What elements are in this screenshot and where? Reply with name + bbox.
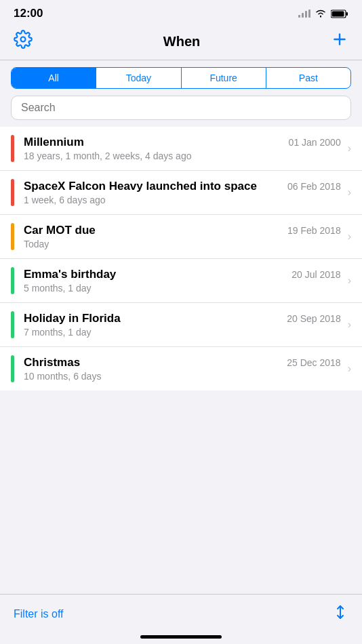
event-date: 20 Sep 2018: [287, 313, 340, 324]
nav-bar: When: [0, 24, 362, 60]
list-item[interactable]: Christmas 25 Dec 2018 10 months, 6 days …: [0, 347, 362, 390]
segment-future[interactable]: Future: [182, 68, 266, 88]
event-title-row: Christmas 25 Dec 2018: [24, 356, 341, 369]
chevron-right-icon: ›: [348, 230, 351, 243]
sort-button[interactable]: [332, 604, 348, 624]
svg-point-8: [21, 37, 26, 42]
event-subtitle: Today: [24, 239, 341, 249]
event-date: 01 Jan 2000: [289, 137, 341, 148]
event-content: Holiday in Florida 20 Sep 2018 7 months,…: [24, 312, 341, 338]
event-color-bar: [11, 355, 14, 382]
svg-rect-3: [308, 9, 310, 18]
list-item[interactable]: Millennium 01 Jan 2000 18 years, 1 month…: [0, 127, 362, 171]
event-subtitle: 18 years, 1 month, 2 weeks, 4 days ago: [24, 150, 341, 161]
list-item[interactable]: Car MOT due 19 Feb 2018 Today ›: [0, 215, 362, 259]
event-date: 06 Feb 2018: [287, 181, 341, 192]
event-content: Millennium 01 Jan 2000 18 years, 1 month…: [24, 136, 341, 161]
event-title-row: Millennium 01 Jan 2000: [24, 136, 341, 149]
svg-rect-2: [305, 11, 307, 18]
event-content: Car MOT due 19 Feb 2018 Today: [24, 224, 341, 249]
event-color-bar: [11, 267, 14, 294]
add-event-button[interactable]: [331, 31, 348, 52]
status-icons: [298, 9, 348, 18]
event-title-row: Car MOT due 19 Feb 2018: [24, 224, 341, 237]
sort-icon: [332, 604, 348, 620]
chevron-right-icon: ›: [348, 275, 351, 287]
event-subtitle: 7 months, 1 day: [24, 327, 341, 338]
event-title: Holiday in Florida: [24, 312, 121, 325]
event-color-bar: [11, 179, 14, 206]
chevron-right-icon: ›: [348, 142, 351, 155]
search-input[interactable]: [21, 102, 341, 114]
event-color-bar: [11, 223, 14, 250]
segment-control: All Today Future Past: [11, 67, 351, 89]
search-bar: [11, 96, 351, 120]
segment-all[interactable]: All: [12, 68, 96, 88]
event-color-bar: [11, 135, 14, 162]
event-date: 19 Feb 2018: [287, 225, 341, 236]
event-title-row: Emma's birthday 20 Jul 2018: [24, 268, 341, 281]
wifi-icon: [315, 9, 327, 18]
svg-point-4: [320, 16, 321, 17]
svg-rect-6: [346, 12, 348, 16]
event-title: Christmas: [24, 356, 80, 369]
event-color-bar: [11, 311, 14, 338]
svg-rect-0: [298, 15, 300, 18]
settings-button[interactable]: [14, 30, 33, 53]
list-item[interactable]: Holiday in Florida 20 Sep 2018 7 months,…: [0, 303, 362, 347]
segment-past[interactable]: Past: [266, 68, 350, 88]
segment-today[interactable]: Today: [96, 68, 181, 88]
event-title: SpaceX Falcon Heavy launched into space: [24, 180, 257, 193]
status-time: 12:00: [14, 7, 43, 20]
home-indicator: [140, 635, 222, 639]
chevron-right-icon: ›: [348, 363, 351, 375]
event-subtitle: 1 week, 6 days ago: [24, 195, 341, 205]
svg-rect-7: [332, 11, 344, 16]
event-content: Emma's birthday 20 Jul 2018 5 months, 1 …: [24, 268, 341, 294]
event-content: Christmas 25 Dec 2018 10 months, 6 days: [24, 356, 341, 382]
events-list: Millennium 01 Jan 2000 18 years, 1 month…: [0, 127, 362, 390]
event-title-row: SpaceX Falcon Heavy launched into space …: [24, 180, 341, 193]
event-subtitle: 5 months, 1 day: [24, 283, 341, 294]
list-item[interactable]: Emma's birthday 20 Jul 2018 5 months, 1 …: [0, 259, 362, 303]
signal-icon: [298, 9, 310, 18]
battery-icon: [331, 9, 348, 18]
filter-button[interactable]: Filter is off: [14, 608, 64, 620]
event-title: Millennium: [24, 136, 84, 149]
chevron-right-icon: ›: [348, 319, 351, 331]
gear-icon: [14, 30, 33, 49]
chevron-right-icon: ›: [348, 186, 351, 199]
event-date: 25 Dec 2018: [287, 357, 340, 368]
event-title: Emma's birthday: [24, 268, 116, 281]
status-bar: 12:00: [0, 0, 362, 24]
event-title: Car MOT due: [24, 224, 96, 237]
event-title-row: Holiday in Florida 20 Sep 2018: [24, 312, 341, 325]
event-subtitle: 10 months, 6 days: [24, 371, 341, 382]
plus-icon: [331, 31, 348, 48]
list-item[interactable]: SpaceX Falcon Heavy launched into space …: [0, 171, 362, 215]
page-title: When: [163, 34, 200, 49]
svg-rect-1: [302, 13, 304, 18]
event-content: SpaceX Falcon Heavy launched into space …: [24, 180, 341, 205]
event-date: 20 Jul 2018: [291, 269, 340, 280]
